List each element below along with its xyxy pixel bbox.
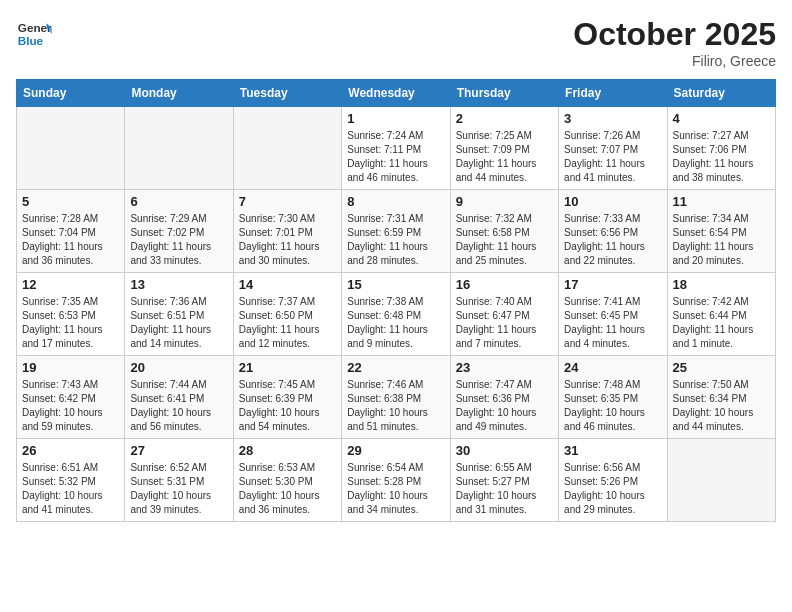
calendar-cell: 7Sunrise: 7:30 AM Sunset: 7:01 PM Daylig… — [233, 190, 341, 273]
day-number: 21 — [239, 360, 336, 375]
calendar-cell — [125, 107, 233, 190]
calendar-header-row: SundayMondayTuesdayWednesdayThursdayFrid… — [17, 80, 776, 107]
day-number: 20 — [130, 360, 227, 375]
day-info: Sunrise: 7:47 AM Sunset: 6:36 PM Dayligh… — [456, 378, 553, 434]
day-info: Sunrise: 7:24 AM Sunset: 7:11 PM Dayligh… — [347, 129, 444, 185]
day-number: 26 — [22, 443, 119, 458]
day-number: 9 — [456, 194, 553, 209]
day-number: 17 — [564, 277, 661, 292]
header-wednesday: Wednesday — [342, 80, 450, 107]
day-info: Sunrise: 7:32 AM Sunset: 6:58 PM Dayligh… — [456, 212, 553, 268]
day-info: Sunrise: 7:29 AM Sunset: 7:02 PM Dayligh… — [130, 212, 227, 268]
calendar-week-1: 1Sunrise: 7:24 AM Sunset: 7:11 PM Daylig… — [17, 107, 776, 190]
calendar-cell — [233, 107, 341, 190]
day-number: 14 — [239, 277, 336, 292]
calendar-week-2: 5Sunrise: 7:28 AM Sunset: 7:04 PM Daylig… — [17, 190, 776, 273]
day-info: Sunrise: 7:34 AM Sunset: 6:54 PM Dayligh… — [673, 212, 770, 268]
day-number: 3 — [564, 111, 661, 126]
day-number: 15 — [347, 277, 444, 292]
day-info: Sunrise: 7:42 AM Sunset: 6:44 PM Dayligh… — [673, 295, 770, 351]
logo: General Blue — [16, 16, 56, 52]
day-number: 24 — [564, 360, 661, 375]
calendar-cell — [17, 107, 125, 190]
day-info: Sunrise: 7:26 AM Sunset: 7:07 PM Dayligh… — [564, 129, 661, 185]
calendar-cell: 14Sunrise: 7:37 AM Sunset: 6:50 PM Dayli… — [233, 273, 341, 356]
day-info: Sunrise: 7:44 AM Sunset: 6:41 PM Dayligh… — [130, 378, 227, 434]
day-info: Sunrise: 6:56 AM Sunset: 5:26 PM Dayligh… — [564, 461, 661, 517]
logo-icon: General Blue — [16, 16, 52, 52]
calendar-week-4: 19Sunrise: 7:43 AM Sunset: 6:42 PM Dayli… — [17, 356, 776, 439]
page-header: General Blue October 2025 Filiro, Greece — [16, 16, 776, 69]
day-number: 10 — [564, 194, 661, 209]
day-number: 27 — [130, 443, 227, 458]
calendar-cell: 12Sunrise: 7:35 AM Sunset: 6:53 PM Dayli… — [17, 273, 125, 356]
calendar-cell: 27Sunrise: 6:52 AM Sunset: 5:31 PM Dayli… — [125, 439, 233, 522]
day-info: Sunrise: 7:28 AM Sunset: 7:04 PM Dayligh… — [22, 212, 119, 268]
calendar-cell: 25Sunrise: 7:50 AM Sunset: 6:34 PM Dayli… — [667, 356, 775, 439]
calendar-cell: 29Sunrise: 6:54 AM Sunset: 5:28 PM Dayli… — [342, 439, 450, 522]
day-info: Sunrise: 7:45 AM Sunset: 6:39 PM Dayligh… — [239, 378, 336, 434]
day-info: Sunrise: 7:50 AM Sunset: 6:34 PM Dayligh… — [673, 378, 770, 434]
svg-text:Blue: Blue — [18, 34, 44, 47]
day-number: 1 — [347, 111, 444, 126]
day-info: Sunrise: 6:54 AM Sunset: 5:28 PM Dayligh… — [347, 461, 444, 517]
day-number: 13 — [130, 277, 227, 292]
calendar-cell: 9Sunrise: 7:32 AM Sunset: 6:58 PM Daylig… — [450, 190, 558, 273]
day-number: 29 — [347, 443, 444, 458]
day-info: Sunrise: 7:38 AM Sunset: 6:48 PM Dayligh… — [347, 295, 444, 351]
day-number: 12 — [22, 277, 119, 292]
calendar-cell: 13Sunrise: 7:36 AM Sunset: 6:51 PM Dayli… — [125, 273, 233, 356]
calendar-cell: 15Sunrise: 7:38 AM Sunset: 6:48 PM Dayli… — [342, 273, 450, 356]
day-number: 2 — [456, 111, 553, 126]
calendar-cell: 1Sunrise: 7:24 AM Sunset: 7:11 PM Daylig… — [342, 107, 450, 190]
calendar-cell: 21Sunrise: 7:45 AM Sunset: 6:39 PM Dayli… — [233, 356, 341, 439]
day-number: 16 — [456, 277, 553, 292]
calendar-cell: 24Sunrise: 7:48 AM Sunset: 6:35 PM Dayli… — [559, 356, 667, 439]
day-number: 22 — [347, 360, 444, 375]
day-number: 19 — [22, 360, 119, 375]
day-number: 28 — [239, 443, 336, 458]
calendar-cell — [667, 439, 775, 522]
day-info: Sunrise: 6:53 AM Sunset: 5:30 PM Dayligh… — [239, 461, 336, 517]
day-number: 5 — [22, 194, 119, 209]
header-friday: Friday — [559, 80, 667, 107]
calendar-cell: 31Sunrise: 6:56 AM Sunset: 5:26 PM Dayli… — [559, 439, 667, 522]
day-number: 31 — [564, 443, 661, 458]
day-info: Sunrise: 6:52 AM Sunset: 5:31 PM Dayligh… — [130, 461, 227, 517]
day-number: 6 — [130, 194, 227, 209]
header-thursday: Thursday — [450, 80, 558, 107]
day-info: Sunrise: 6:55 AM Sunset: 5:27 PM Dayligh… — [456, 461, 553, 517]
calendar-cell: 8Sunrise: 7:31 AM Sunset: 6:59 PM Daylig… — [342, 190, 450, 273]
header-sunday: Sunday — [17, 80, 125, 107]
day-info: Sunrise: 7:46 AM Sunset: 6:38 PM Dayligh… — [347, 378, 444, 434]
calendar-cell: 3Sunrise: 7:26 AM Sunset: 7:07 PM Daylig… — [559, 107, 667, 190]
day-info: Sunrise: 7:35 AM Sunset: 6:53 PM Dayligh… — [22, 295, 119, 351]
calendar-cell: 30Sunrise: 6:55 AM Sunset: 5:27 PM Dayli… — [450, 439, 558, 522]
day-number: 8 — [347, 194, 444, 209]
day-number: 7 — [239, 194, 336, 209]
calendar-cell: 11Sunrise: 7:34 AM Sunset: 6:54 PM Dayli… — [667, 190, 775, 273]
day-number: 18 — [673, 277, 770, 292]
calendar-cell: 17Sunrise: 7:41 AM Sunset: 6:45 PM Dayli… — [559, 273, 667, 356]
calendar-cell: 20Sunrise: 7:44 AM Sunset: 6:41 PM Dayli… — [125, 356, 233, 439]
day-info: Sunrise: 7:48 AM Sunset: 6:35 PM Dayligh… — [564, 378, 661, 434]
day-number: 11 — [673, 194, 770, 209]
calendar-cell: 6Sunrise: 7:29 AM Sunset: 7:02 PM Daylig… — [125, 190, 233, 273]
calendar-cell: 19Sunrise: 7:43 AM Sunset: 6:42 PM Dayli… — [17, 356, 125, 439]
calendar-cell: 22Sunrise: 7:46 AM Sunset: 6:38 PM Dayli… — [342, 356, 450, 439]
location: Filiro, Greece — [573, 53, 776, 69]
calendar-cell: 18Sunrise: 7:42 AM Sunset: 6:44 PM Dayli… — [667, 273, 775, 356]
day-number: 30 — [456, 443, 553, 458]
calendar-cell: 16Sunrise: 7:40 AM Sunset: 6:47 PM Dayli… — [450, 273, 558, 356]
day-info: Sunrise: 7:25 AM Sunset: 7:09 PM Dayligh… — [456, 129, 553, 185]
calendar-week-5: 26Sunrise: 6:51 AM Sunset: 5:32 PM Dayli… — [17, 439, 776, 522]
calendar-cell: 23Sunrise: 7:47 AM Sunset: 6:36 PM Dayli… — [450, 356, 558, 439]
calendar-cell: 4Sunrise: 7:27 AM Sunset: 7:06 PM Daylig… — [667, 107, 775, 190]
day-number: 23 — [456, 360, 553, 375]
day-info: Sunrise: 7:30 AM Sunset: 7:01 PM Dayligh… — [239, 212, 336, 268]
day-info: Sunrise: 7:43 AM Sunset: 6:42 PM Dayligh… — [22, 378, 119, 434]
day-info: Sunrise: 7:27 AM Sunset: 7:06 PM Dayligh… — [673, 129, 770, 185]
calendar-cell: 26Sunrise: 6:51 AM Sunset: 5:32 PM Dayli… — [17, 439, 125, 522]
calendar-week-3: 12Sunrise: 7:35 AM Sunset: 6:53 PM Dayli… — [17, 273, 776, 356]
day-info: Sunrise: 7:31 AM Sunset: 6:59 PM Dayligh… — [347, 212, 444, 268]
